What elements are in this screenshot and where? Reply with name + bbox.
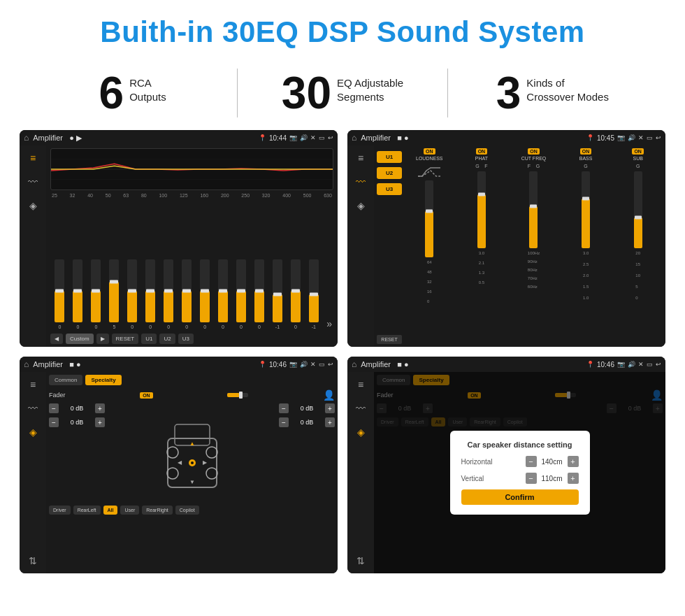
- vertical-plus-btn[interactable]: +: [568, 473, 579, 484]
- feature-text-crossover: Kinds ofCrossover Modes: [526, 71, 609, 105]
- eq-slider-col-3[interactable]: 0: [88, 259, 104, 329]
- eq-slider-col-5[interactable]: 0: [124, 259, 140, 329]
- fader-plus-l2[interactable]: +: [95, 417, 105, 427]
- eq-slider-col-10[interactable]: 0: [215, 259, 231, 329]
- dialog-overlay: Car speaker distance setting Horizontal …: [374, 372, 665, 573]
- dialog-screen-body: ≡ 〰 ◈ ⇅ Common Specialty Fader ON: [347, 372, 665, 573]
- nav-speaker-icon[interactable]: ◈: [29, 200, 37, 211]
- ch-loudness-slider[interactable]: [425, 180, 433, 257]
- ch-loudness-on[interactable]: ON: [424, 148, 435, 155]
- fader-minus-r1[interactable]: −: [279, 403, 289, 413]
- preset-u1[interactable]: U1: [377, 151, 402, 163]
- ch-phat-slider[interactable]: [477, 171, 486, 248]
- fader-minus-l2[interactable]: −: [49, 417, 59, 427]
- vertical-minus-btn[interactable]: −: [526, 473, 537, 484]
- home-icon-eq[interactable]: ⌂: [24, 133, 29, 143]
- horizontal-minus-btn[interactable]: −: [526, 456, 537, 467]
- fader-horiz-slider[interactable]: [227, 393, 248, 397]
- time-eq: 10:44: [269, 134, 287, 142]
- eq-play-btn[interactable]: ▶: [96, 334, 109, 344]
- eq-slider-col-2[interactable]: 0: [70, 259, 86, 329]
- eq-u1-btn[interactable]: U1: [141, 334, 157, 344]
- eq-slider-col-4[interactable]: 5: [106, 259, 122, 329]
- profile-icon-fd[interactable]: 👤: [323, 389, 335, 401]
- ch-bass-on[interactable]: ON: [580, 148, 592, 155]
- nav-wave-icon-dlg[interactable]: 〰: [356, 403, 366, 414]
- fader-plus-r2[interactable]: +: [325, 417, 335, 427]
- btn-driver[interactable]: Driver: [49, 506, 71, 515]
- btn-copilot[interactable]: Copilot: [175, 506, 199, 515]
- fader-plus-l1[interactable]: +: [95, 403, 105, 413]
- statusbar-fader: ⌂ Amplifier ■ ● 📍 10:46 📷 🔊 ✕ ▭ ↩: [20, 357, 338, 372]
- nav-eq-icon-fd[interactable]: ≡: [30, 379, 36, 390]
- fader-plus-r1[interactable]: +: [325, 403, 335, 413]
- back-icon-dlg[interactable]: ↩: [656, 361, 661, 368]
- horizontal-plus-btn[interactable]: +: [568, 456, 579, 467]
- ch-sub-slider[interactable]: [634, 171, 642, 248]
- eq-lbl-250: 250: [241, 193, 250, 198]
- eq-slider-col-7[interactable]: 0: [161, 259, 177, 329]
- home-icon-dlg[interactable]: ⌂: [352, 359, 356, 369]
- eq-slider-col-13[interactable]: -1: [269, 259, 285, 329]
- eq-slider-col-1[interactable]: 0: [52, 259, 68, 329]
- eq-reset-btn[interactable]: RESET: [112, 334, 139, 344]
- svg-text:▼: ▼: [189, 479, 195, 485]
- nav-speaker-icon-cx[interactable]: ◈: [357, 200, 365, 211]
- back-icon-eq[interactable]: ↩: [328, 134, 333, 141]
- eq-lbl-160: 160: [200, 193, 208, 198]
- fader-screen-card: ⌂ Amplifier ■ ● 📍 10:46 📷 🔊 ✕ ▭ ↩ ≡ 〰 ◈ …: [20, 357, 338, 573]
- nav-speaker-icon-dlg[interactable]: ◈: [357, 427, 365, 438]
- eq-slider-col-9[interactable]: 0: [197, 259, 213, 329]
- nav-arrows-icon-fd[interactable]: ⇅: [29, 555, 37, 566]
- home-icon-fd[interactable]: ⌂: [24, 359, 29, 369]
- eq-slider-col-15[interactable]: -1: [305, 259, 322, 329]
- nav-wave-icon[interactable]: 〰: [28, 176, 38, 187]
- nav-speaker-icon-fd[interactable]: ◈: [29, 427, 37, 438]
- x-icon-cx: ✕: [638, 134, 644, 141]
- back-icon-fd[interactable]: ↩: [328, 361, 333, 368]
- fader-minus-l1[interactable]: −: [49, 403, 59, 413]
- eq-slider-col-8[interactable]: 0: [179, 259, 195, 329]
- eq-slider-col-12[interactable]: 0: [251, 259, 267, 329]
- tab-specialty[interactable]: Specialty: [85, 375, 121, 385]
- fader-on-badge[interactable]: ON: [140, 392, 153, 399]
- ch-phat-on[interactable]: ON: [476, 148, 488, 155]
- eq-slider-col-6[interactable]: 0: [143, 259, 159, 329]
- confirm-button[interactable]: Confirm: [461, 489, 579, 505]
- ch-sub-on[interactable]: ON: [632, 148, 644, 155]
- camera-icon-fd: 📷: [289, 361, 297, 368]
- nav-eq-icon-dlg[interactable]: ≡: [358, 379, 363, 390]
- eq-u2-btn[interactable]: U2: [159, 334, 175, 344]
- fader-controls-right: − 0 dB + − 0 dB +: [279, 403, 335, 501]
- status-icons-cx: 📍 10:45 📷 🔊 ✕ ▭ ↩: [586, 134, 661, 142]
- nav-eq-icon-cx[interactable]: ≡: [358, 152, 363, 164]
- eq-expand-icon[interactable]: »: [326, 318, 332, 329]
- nav-wave-icon-cx[interactable]: 〰: [356, 176, 366, 187]
- eq-slider-col-11[interactable]: 0: [233, 259, 250, 329]
- back-icon-cx[interactable]: ↩: [656, 134, 661, 141]
- eq-sliders-container: 0 0 0 5 0: [50, 201, 333, 329]
- eq-u3-btn[interactable]: U3: [178, 334, 194, 344]
- battery-icon-eq: ▭: [319, 134, 325, 141]
- ch-bass-slider[interactable]: [582, 171, 590, 248]
- tab-common[interactable]: Common: [49, 375, 82, 385]
- ch-cutfreq-slider[interactable]: [529, 171, 538, 248]
- cx-reset-btn[interactable]: RESET: [377, 335, 402, 344]
- ch-cutfreq-on[interactable]: ON: [528, 148, 540, 155]
- nav-wave-icon-fd[interactable]: 〰: [28, 403, 38, 414]
- preset-u2[interactable]: U2: [377, 167, 402, 179]
- btn-all[interactable]: All: [103, 506, 118, 515]
- fader-minus-r2[interactable]: −: [279, 417, 289, 427]
- nav-arrows-icon-dlg[interactable]: ⇅: [356, 555, 365, 566]
- eq-preset-custom[interactable]: Custom: [66, 334, 94, 344]
- btn-rearleft[interactable]: RearLeft: [73, 506, 101, 515]
- btn-rearright[interactable]: RearRight: [142, 506, 173, 515]
- eq-prev-btn[interactable]: ◀: [50, 334, 63, 344]
- fader-tabs: Common Specialty: [49, 375, 335, 385]
- home-icon-cx[interactable]: ⌂: [352, 133, 356, 143]
- preset-u3[interactable]: U3: [377, 183, 402, 195]
- btn-user[interactable]: User: [120, 506, 139, 515]
- nav-eq-icon[interactable]: ≡: [30, 152, 36, 164]
- eq-lbl-80: 80: [141, 193, 147, 198]
- eq-slider-col-14[interactable]: 0: [287, 259, 303, 329]
